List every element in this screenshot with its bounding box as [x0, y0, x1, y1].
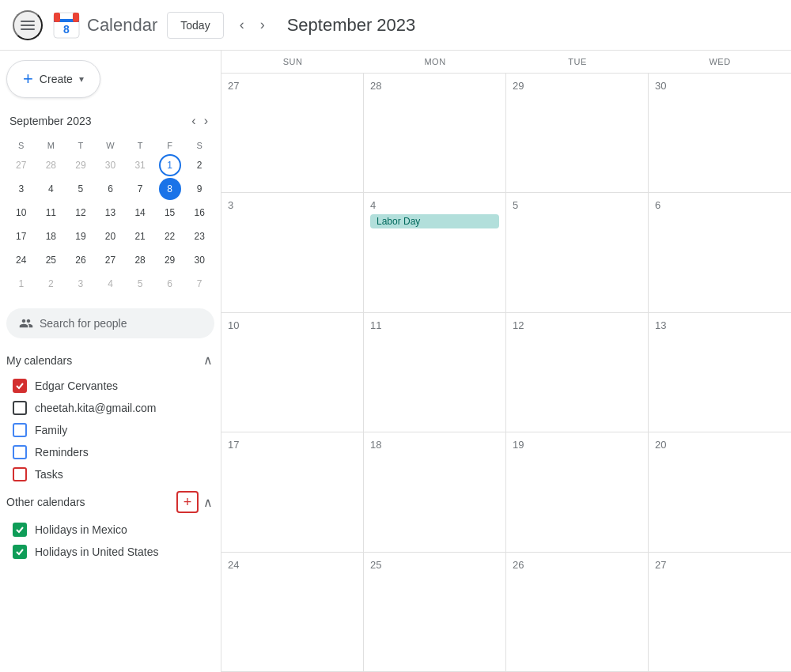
mini-cal-day[interactable]: 14 [129, 202, 151, 224]
other-calendars-section: Other calendars + ∧ Holidays in MexicoHo… [6, 491, 214, 562]
mini-cal-day[interactable]: 2 [40, 273, 62, 295]
mini-cal-day[interactable]: 7 [129, 178, 151, 200]
calendar-cell[interactable]: 5 [506, 193, 649, 312]
my-calendar-item-2[interactable]: Family [6, 420, 214, 440]
calendar-cell[interactable]: 13 [649, 313, 791, 432]
mini-cal-prev[interactable]: ‹ [188, 111, 199, 131]
mini-cal-day[interactable]: 29 [70, 154, 92, 176]
mini-cal-day[interactable]: 28 [129, 249, 151, 271]
mini-cal-day[interactable]: 24 [10, 249, 32, 271]
calendar-checkbox[interactable] [13, 467, 27, 481]
mini-cal-day[interactable]: 5 [70, 178, 92, 200]
mini-cal-day[interactable]: 1 [159, 154, 181, 176]
mini-cal-day[interactable]: 27 [99, 249, 121, 271]
my-calendar-item-4[interactable]: Tasks [6, 464, 214, 485]
prev-button[interactable]: ‹ [233, 10, 251, 40]
mini-cal-day[interactable]: 30 [188, 249, 210, 271]
mini-cal-day[interactable]: 2 [188, 154, 210, 176]
mini-cal-day[interactable]: 19 [70, 225, 92, 247]
calendar-cell[interactable]: 12 [506, 313, 649, 432]
mini-cal-day[interactable]: 26 [70, 249, 92, 271]
calendar-checkbox[interactable] [13, 379, 27, 393]
mini-cal-day[interactable]: 20 [99, 225, 121, 247]
mini-cal-day[interactable]: 6 [99, 178, 121, 200]
mini-cal-day[interactable]: 13 [99, 202, 121, 224]
my-calendar-item-1[interactable]: cheetah.kita@gmail.com [6, 398, 214, 418]
mini-cal-day[interactable]: 9 [188, 178, 210, 200]
calendar-cell[interactable]: 27 [649, 553, 791, 672]
calendar-checkbox[interactable] [13, 523, 27, 537]
calendar-cell[interactable]: 25 [364, 553, 506, 672]
mini-cal-day[interactable]: 4 [40, 178, 62, 200]
calendar-cell[interactable]: 24 [221, 553, 364, 672]
calendar-cell[interactable]: 18 [364, 432, 506, 552]
calendar-cell[interactable]: 11 [364, 313, 506, 432]
mini-cal-day[interactable]: 8 [159, 178, 181, 200]
calendar-cell[interactable]: 4Labor Day [364, 193, 506, 312]
mini-cal-day[interactable]: 3 [10, 178, 32, 200]
search-people-label: Search for people [40, 317, 127, 330]
calendar-checkbox[interactable] [13, 445, 27, 459]
mini-cal-day[interactable]: 29 [159, 249, 181, 271]
calendar-cell[interactable]: 26 [506, 553, 649, 672]
my-calendars-collapse[interactable]: ∧ [202, 351, 214, 369]
mini-cal-day[interactable]: 6 [159, 273, 181, 295]
mini-cal-day[interactable]: 18 [40, 225, 62, 247]
mini-cal-day[interactable]: 27 [10, 154, 32, 176]
mini-cal-day[interactable]: 1 [10, 273, 32, 295]
calendar-item-label: Tasks [35, 468, 63, 481]
calendar-item-label: Family [35, 424, 67, 436]
my-calendar-item-0[interactable]: Edgar Cervantes [6, 376, 214, 396]
calendar-cell[interactable]: 10 [221, 313, 364, 432]
calendar-cell[interactable]: 28 [364, 74, 506, 193]
mini-cal-header: September 2023 ‹ › [6, 111, 214, 131]
calendar-cell[interactable]: 27 [221, 74, 364, 193]
mini-cal-next[interactable]: › [201, 111, 211, 131]
mini-cal-day[interactable]: 16 [188, 202, 210, 224]
hamburger-button[interactable] [13, 10, 43, 40]
mini-cal-day[interactable]: 22 [159, 225, 181, 247]
svg-rect-5 [54, 13, 60, 22]
mini-cal-day[interactable]: 21 [129, 225, 151, 247]
mini-cal-day[interactable]: 15 [159, 202, 181, 224]
calendar-cell[interactable]: 20 [649, 432, 791, 552]
svg-rect-0 [21, 21, 35, 22]
calendar-cell[interactable]: 30 [649, 74, 791, 193]
mini-cal-day[interactable]: 30 [99, 154, 121, 176]
create-button[interactable]: + Create ▾ [6, 60, 100, 98]
next-button[interactable]: › [254, 10, 271, 40]
calendar-checkbox[interactable] [13, 423, 27, 437]
calendar-checkbox[interactable] [13, 545, 27, 559]
calendar-day-number: 10 [228, 319, 357, 331]
mini-cal-day[interactable]: 11 [40, 202, 62, 224]
mini-cal-day[interactable]: 23 [188, 225, 210, 247]
mini-cal-day[interactable]: 5 [129, 273, 151, 295]
mini-cal-day[interactable]: 17 [10, 225, 32, 247]
mini-cal-day[interactable]: 4 [99, 273, 121, 295]
search-people[interactable]: Search for people [6, 308, 214, 338]
my-calendars-list: Edgar Cervantescheetah.kita@gmail.comFam… [6, 376, 214, 485]
mini-cal-day[interactable]: 25 [40, 249, 62, 271]
calendar-day-number: 18 [370, 439, 499, 451]
mini-cal-day[interactable]: 7 [188, 273, 210, 295]
calendar-checkbox[interactable] [13, 401, 27, 415]
my-calendar-item-3[interactable]: Reminders [6, 442, 214, 462]
calendar-day-number: 28 [370, 80, 499, 92]
mini-cal-day[interactable]: 3 [70, 273, 92, 295]
add-other-calendar-button[interactable]: + [176, 491, 199, 513]
mini-cal-day[interactable]: 31 [129, 154, 151, 176]
event-chip[interactable]: Labor Day [370, 214, 499, 228]
calendar-cell[interactable]: 17 [221, 432, 364, 552]
mini-cal-day[interactable]: 10 [10, 202, 32, 224]
other-calendar-item-1[interactable]: Holidays in United States [6, 542, 214, 562]
calendar-cell[interactable]: 3 [221, 193, 364, 312]
calendar-cell[interactable]: 6 [649, 193, 791, 312]
other-calendars-collapse[interactable]: ∧ [202, 493, 214, 512]
other-calendar-item-0[interactable]: Holidays in Mexico [6, 519, 214, 540]
mini-cal-day[interactable]: 28 [40, 154, 62, 176]
today-button[interactable]: Today [167, 12, 223, 39]
calendar-cell[interactable]: 19 [506, 432, 649, 552]
calendar-cell[interactable]: 29 [506, 74, 649, 193]
people-icon [19, 316, 33, 330]
mini-cal-day[interactable]: 12 [70, 202, 92, 224]
